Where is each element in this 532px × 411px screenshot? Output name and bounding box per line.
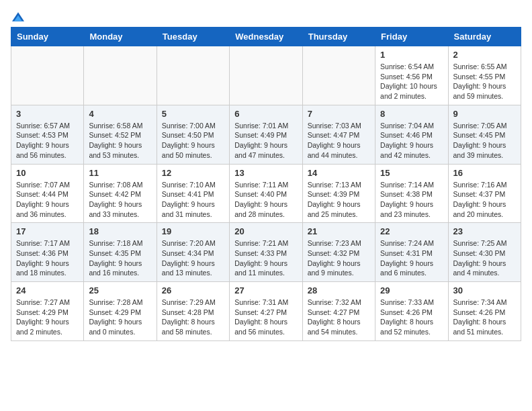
calendar-week-row: 1Sunrise: 6:54 AM Sunset: 4:56 PM Daylig… <box>11 46 521 105</box>
day-number: 23 <box>453 226 516 236</box>
calendar-cell: 15Sunrise: 7:14 AM Sunset: 4:38 PM Dayli… <box>375 164 448 223</box>
calendar-cell: 3Sunrise: 6:57 AM Sunset: 4:53 PM Daylig… <box>11 105 84 164</box>
day-info: Sunrise: 7:00 AM Sunset: 4:50 PM Dayligh… <box>162 121 224 161</box>
day-number: 5 <box>162 109 224 119</box>
weekday-header: Saturday <box>448 28 521 46</box>
day-number: 12 <box>162 168 224 178</box>
weekday-header: Sunday <box>11 28 84 46</box>
page-header <box>11 11 521 20</box>
calendar-cell: 14Sunrise: 7:13 AM Sunset: 4:39 PM Dayli… <box>302 164 375 223</box>
weekday-header: Tuesday <box>157 28 229 46</box>
day-number: 21 <box>308 226 370 236</box>
day-info: Sunrise: 7:28 AM Sunset: 4:29 PM Dayligh… <box>89 298 151 337</box>
calendar-cell: 9Sunrise: 7:05 AM Sunset: 4:45 PM Daylig… <box>448 105 521 164</box>
day-number: 17 <box>16 226 79 236</box>
day-info: Sunrise: 7:08 AM Sunset: 4:42 PM Dayligh… <box>89 180 151 220</box>
day-info: Sunrise: 7:27 AM Sunset: 4:29 PM Dayligh… <box>16 298 79 337</box>
calendar-cell <box>157 46 229 105</box>
calendar-cell: 16Sunrise: 7:16 AM Sunset: 4:37 PM Dayli… <box>448 164 521 223</box>
calendar-body: 1Sunrise: 6:54 AM Sunset: 4:56 PM Daylig… <box>11 46 521 341</box>
day-number: 8 <box>380 109 443 119</box>
calendar-cell: 27Sunrise: 7:31 AM Sunset: 4:27 PM Dayli… <box>230 282 302 341</box>
day-number: 18 <box>89 226 151 236</box>
day-info: Sunrise: 7:04 AM Sunset: 4:46 PM Dayligh… <box>380 121 443 161</box>
day-number: 16 <box>453 168 516 178</box>
calendar-week-row: 24Sunrise: 7:27 AM Sunset: 4:29 PM Dayli… <box>11 282 521 341</box>
calendar-cell <box>84 46 157 105</box>
day-info: Sunrise: 6:58 AM Sunset: 4:52 PM Dayligh… <box>89 121 151 161</box>
day-info: Sunrise: 7:20 AM Sunset: 4:34 PM Dayligh… <box>162 238 224 278</box>
calendar-cell <box>230 46 302 105</box>
day-info: Sunrise: 7:10 AM Sunset: 4:41 PM Dayligh… <box>162 180 224 220</box>
day-info: Sunrise: 7:13 AM Sunset: 4:39 PM Dayligh… <box>308 180 370 220</box>
day-number: 24 <box>16 285 79 295</box>
day-info: Sunrise: 7:18 AM Sunset: 4:35 PM Dayligh… <box>89 238 151 278</box>
day-info: Sunrise: 6:57 AM Sunset: 4:53 PM Dayligh… <box>16 121 79 161</box>
calendar-cell: 5Sunrise: 7:00 AM Sunset: 4:50 PM Daylig… <box>157 105 229 164</box>
day-info: Sunrise: 7:07 AM Sunset: 4:44 PM Dayligh… <box>16 180 79 220</box>
day-info: Sunrise: 7:05 AM Sunset: 4:45 PM Dayligh… <box>453 121 516 161</box>
day-info: Sunrise: 7:25 AM Sunset: 4:30 PM Dayligh… <box>453 238 516 278</box>
calendar-cell: 13Sunrise: 7:11 AM Sunset: 4:40 PM Dayli… <box>230 164 302 223</box>
calendar-week-row: 10Sunrise: 7:07 AM Sunset: 4:44 PM Dayli… <box>11 164 521 223</box>
calendar-cell: 19Sunrise: 7:20 AM Sunset: 4:34 PM Dayli… <box>157 223 229 282</box>
calendar-cell: 10Sunrise: 7:07 AM Sunset: 4:44 PM Dayli… <box>11 164 84 223</box>
calendar-cell: 11Sunrise: 7:08 AM Sunset: 4:42 PM Dayli… <box>84 164 157 223</box>
calendar-cell: 8Sunrise: 7:04 AM Sunset: 4:46 PM Daylig… <box>375 105 448 164</box>
day-number: 2 <box>453 50 516 60</box>
weekday-header: Thursday <box>302 28 375 46</box>
day-number: 25 <box>89 285 151 295</box>
day-info: Sunrise: 7:31 AM Sunset: 4:27 PM Dayligh… <box>234 298 297 337</box>
day-number: 27 <box>234 285 297 295</box>
day-info: Sunrise: 7:14 AM Sunset: 4:38 PM Dayligh… <box>380 180 443 220</box>
calendar-cell: 28Sunrise: 7:32 AM Sunset: 4:27 PM Dayli… <box>302 282 375 341</box>
calendar-cell: 26Sunrise: 7:29 AM Sunset: 4:28 PM Dayli… <box>157 282 229 341</box>
calendar-cell: 1Sunrise: 6:54 AM Sunset: 4:56 PM Daylig… <box>375 46 448 105</box>
day-number: 29 <box>380 285 443 295</box>
calendar-cell: 18Sunrise: 7:18 AM Sunset: 4:35 PM Dayli… <box>84 223 157 282</box>
day-number: 4 <box>89 109 151 119</box>
day-number: 15 <box>380 168 443 178</box>
logo-icon <box>12 11 24 23</box>
calendar-cell: 30Sunrise: 7:34 AM Sunset: 4:26 PM Dayli… <box>448 282 521 341</box>
calendar-cell: 29Sunrise: 7:33 AM Sunset: 4:26 PM Dayli… <box>375 282 448 341</box>
calendar-cell: 12Sunrise: 7:10 AM Sunset: 4:41 PM Dayli… <box>157 164 229 223</box>
calendar-cell: 20Sunrise: 7:21 AM Sunset: 4:33 PM Dayli… <box>230 223 302 282</box>
day-number: 19 <box>162 226 224 236</box>
day-number: 30 <box>453 285 516 295</box>
day-number: 3 <box>16 109 79 119</box>
day-info: Sunrise: 6:55 AM Sunset: 4:55 PM Dayligh… <box>453 62 516 101</box>
calendar-cell <box>11 46 84 105</box>
day-number: 22 <box>380 226 443 236</box>
calendar-week-row: 3Sunrise: 6:57 AM Sunset: 4:53 PM Daylig… <box>11 105 521 164</box>
day-number: 10 <box>16 168 79 178</box>
day-number: 20 <box>234 226 297 236</box>
day-info: Sunrise: 7:32 AM Sunset: 4:27 PM Dayligh… <box>308 298 370 337</box>
logo <box>11 11 24 20</box>
day-number: 11 <box>89 168 151 178</box>
day-number: 7 <box>308 109 370 119</box>
day-number: 28 <box>308 285 370 295</box>
calendar-cell: 24Sunrise: 7:27 AM Sunset: 4:29 PM Dayli… <box>11 282 84 341</box>
calendar-cell: 2Sunrise: 6:55 AM Sunset: 4:55 PM Daylig… <box>448 46 521 105</box>
calendar-cell: 25Sunrise: 7:28 AM Sunset: 4:29 PM Dayli… <box>84 282 157 341</box>
day-number: 9 <box>453 109 516 119</box>
day-info: Sunrise: 6:54 AM Sunset: 4:56 PM Dayligh… <box>380 62 443 101</box>
day-info: Sunrise: 7:29 AM Sunset: 4:28 PM Dayligh… <box>162 298 224 337</box>
day-info: Sunrise: 7:17 AM Sunset: 4:36 PM Dayligh… <box>16 238 79 278</box>
calendar-cell: 4Sunrise: 6:58 AM Sunset: 4:52 PM Daylig… <box>84 105 157 164</box>
day-info: Sunrise: 7:16 AM Sunset: 4:37 PM Dayligh… <box>453 180 516 220</box>
day-info: Sunrise: 7:21 AM Sunset: 4:33 PM Dayligh… <box>234 238 297 278</box>
calendar-table: SundayMondayTuesdayWednesdayThursdayFrid… <box>11 27 521 341</box>
calendar-week-row: 17Sunrise: 7:17 AM Sunset: 4:36 PM Dayli… <box>11 223 521 282</box>
day-info: Sunrise: 7:11 AM Sunset: 4:40 PM Dayligh… <box>234 180 297 220</box>
day-info: Sunrise: 7:01 AM Sunset: 4:49 PM Dayligh… <box>234 121 297 161</box>
day-info: Sunrise: 7:03 AM Sunset: 4:47 PM Dayligh… <box>308 121 370 161</box>
weekday-header-row: SundayMondayTuesdayWednesdayThursdayFrid… <box>11 28 521 46</box>
day-number: 1 <box>380 50 443 60</box>
weekday-header: Monday <box>84 28 157 46</box>
day-info: Sunrise: 7:24 AM Sunset: 4:31 PM Dayligh… <box>380 238 443 278</box>
weekday-header: Wednesday <box>230 28 302 46</box>
calendar-cell: 17Sunrise: 7:17 AM Sunset: 4:36 PM Dayli… <box>11 223 84 282</box>
day-info: Sunrise: 7:34 AM Sunset: 4:26 PM Dayligh… <box>453 298 516 337</box>
